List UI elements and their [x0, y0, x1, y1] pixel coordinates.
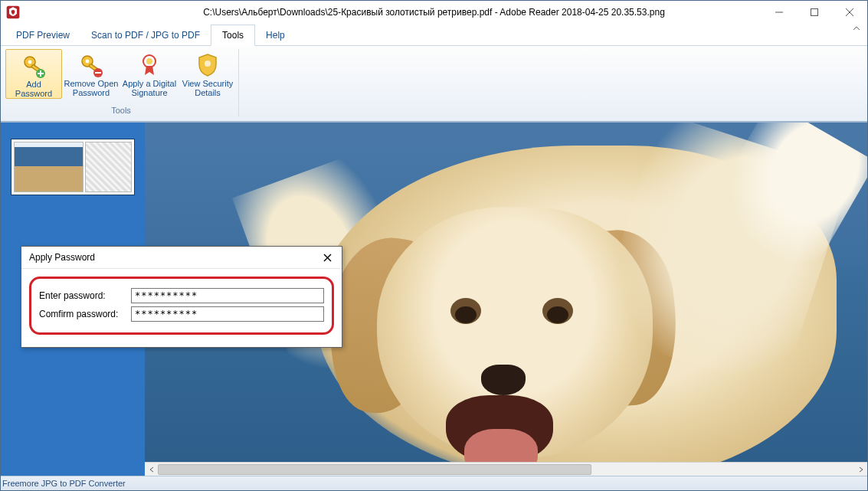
view-security-details-button[interactable]: View Security Details — [179, 49, 237, 99]
view-security-details-label: View Security Details — [180, 79, 235, 97]
thumbnail-transparency-icon — [85, 142, 132, 192]
dialog-body: Enter password: Comfirm password: — [21, 269, 342, 347]
page-thumbnail-1[interactable] — [11, 139, 134, 195]
titlebar: C:\Users\Альберт\Downloads\25-Красивый з… — [1, 1, 867, 24]
key-add-icon — [21, 53, 47, 79]
app-window: C:\Users\Альберт\Downloads\25-Красивый з… — [0, 0, 868, 491]
scrollbar-track[interactable] — [158, 463, 854, 476]
key-remove-icon — [78, 52, 104, 78]
dialog-close-button[interactable] — [317, 250, 337, 265]
window-title: C:\Users\Альберт\Downloads\25-Красивый з… — [1, 7, 867, 18]
shield-icon — [195, 52, 221, 78]
tab-pdf-preview[interactable]: PDF Preview — [5, 25, 80, 45]
svg-point-20 — [146, 58, 152, 64]
svg-point-21 — [205, 61, 211, 67]
thumbnail-image-icon — [14, 142, 84, 192]
apply-digital-signature-button[interactable]: Apply a Digital Signature — [120, 49, 179, 99]
enter-password-label: Enter password: — [39, 290, 131, 301]
svg-rect-2 — [811, 9, 818, 16]
status-text: Freemore JPG to PDF Converter — [2, 479, 126, 488]
tab-help[interactable]: Help — [255, 25, 296, 45]
minimize-icon — [775, 8, 783, 16]
ribbon-signature-icon — [136, 52, 162, 78]
tab-scan-to-pdf[interactable]: Scan to PDF / JPG to PDF — [80, 25, 211, 45]
chevron-right-icon — [858, 466, 864, 473]
remove-open-password-button[interactable]: Remove Open Password — [62, 49, 120, 99]
svg-point-6 — [28, 61, 32, 64]
close-icon — [323, 254, 332, 262]
close-button[interactable] — [832, 1, 867, 24]
statusbar: Freemore JPG to PDF Converter — [1, 476, 867, 490]
annotation-highlight: Enter password: Comfirm password: — [29, 277, 334, 335]
app-pdf-icon — [5, 5, 21, 20]
apply-digital-signature-label: Apply a Digital Signature — [122, 79, 177, 97]
close-icon — [846, 8, 853, 16]
dialog-title: Apply Password — [29, 252, 95, 263]
remove-open-password-label: Remove Open Password — [64, 79, 119, 97]
confirm-password-label: Comfirm password: — [39, 309, 131, 319]
scroll-left-button[interactable] — [145, 463, 158, 476]
chevron-left-icon — [149, 466, 155, 473]
window-controls — [762, 1, 867, 24]
ribbon-tools: Add Password Remove Open Password — [1, 46, 867, 122]
add-password-label: Add Password — [8, 80, 60, 98]
scrollbar-thumb[interactable] — [158, 464, 591, 475]
ribbon-group-label: Tools — [111, 106, 131, 115]
maximize-icon — [811, 8, 818, 16]
minimize-button[interactable] — [762, 1, 797, 24]
maximize-button[interactable] — [797, 1, 832, 24]
apply-password-dialog: Apply Password Enter password: Comfirm p… — [21, 246, 342, 348]
add-password-button[interactable]: Add Password — [5, 49, 62, 99]
confirm-password-input[interactable] — [131, 306, 324, 322]
enter-password-input[interactable] — [131, 288, 324, 303]
horizontal-scrollbar[interactable] — [145, 462, 867, 476]
collapse-ribbon-chevron-icon[interactable] — [850, 24, 863, 33]
menu-tabbar: PDF Preview Scan to PDF / JPG to PDF Too… — [1, 24, 867, 46]
scroll-right-button[interactable] — [854, 463, 867, 476]
ribbon-group-tools: Add Password Remove Open Password — [4, 49, 239, 116]
svg-point-13 — [86, 60, 90, 64]
dialog-titlebar[interactable]: Apply Password — [21, 247, 342, 269]
tab-tools[interactable]: Tools — [211, 25, 255, 46]
